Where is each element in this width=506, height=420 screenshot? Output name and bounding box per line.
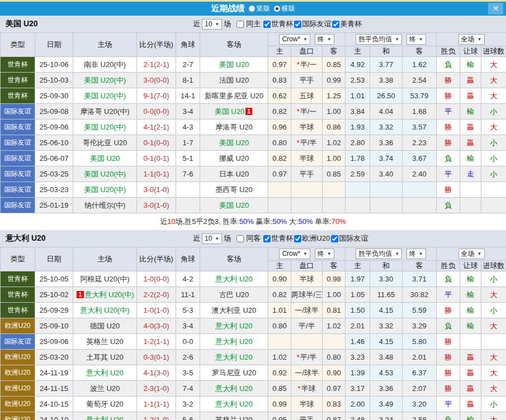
same-venue-checkbox[interactable] [237,235,244,242]
mean-time-select[interactable]: 终▼ [406,34,426,45]
team-name: 南非 U20(中) [84,60,126,69]
team-name: 德国 U20 [90,322,120,330]
team-name: 罗马尼亚 U20 [212,369,256,377]
chevron-down-icon: ▼ [215,236,219,241]
filter-checkbox[interactable] [332,21,339,28]
full-score: 3-0 [143,185,154,194]
match-date: 25-09-08 [35,104,73,120]
sub-mean-home: 主 [346,261,370,271]
result-wdl: 勝 [437,88,460,104]
result-goals: 小 [481,104,506,120]
mean-time-select[interactable]: 终▼ [406,249,426,259]
competition-filter[interactable]: 美青杯 [331,19,362,29]
match-date: 25-09-06 [35,120,73,135]
filter-checkbox[interactable] [294,21,301,28]
handicap: 平手 [291,73,323,88]
away-team: 日本 U20 [200,166,268,182]
team-name: 美国 U20 [215,107,244,116]
away-team: 挪威 U20 [200,151,268,166]
team-name: 土耳其 U20 [86,353,123,361]
score-cell: 2-1(2-1) [137,57,176,73]
radio-horizontal-layout[interactable]: 横版 [274,4,295,13]
match-row: 国际友谊25-03-23美国 U20(中)3-0(1-0)墨西哥 U20勝 [1,182,506,198]
result-handicap: 贏 [460,381,481,397]
competition-filter[interactable]: 欧洲U20 [293,233,330,244]
match-date: 25-10-05 [35,271,73,287]
fulltime-select[interactable]: 全场▼ [458,34,485,45]
odds-source-select[interactable]: Crow*▼ [279,249,310,259]
fulltime-select[interactable]: 全场▼ [458,249,485,259]
match-type: 国际友谊 [1,182,35,198]
mean-home: 1.01 [346,88,370,104]
col-date: 日期 [35,33,73,57]
away-team: 意大利 U20 [200,350,268,365]
match-count-select[interactable]: 10 ▼ [202,19,222,30]
match-row: 世青杯25-10-021意大利 U20(中)2-2(2-0)11-1古巴 U20… [1,287,506,303]
filter-checkbox[interactable] [263,21,271,28]
match-row: 世青杯25-10-03美国 U20(中)3-0(0-0)8-1法国 U200.8… [1,73,506,88]
mean-type-select[interactable]: 胜平负均值▼ [356,249,402,259]
half-score: (1-0) [154,201,169,209]
team-name: 摩洛哥 U20(中) [80,107,129,116]
mean-group-header: 胜平负均值▼ 终▼ [346,33,437,46]
titlebar: 近期战绩 竖版 横版 ✕ [0,0,506,16]
same-venue-label: 同客 [246,233,261,244]
sub-mean-away: 客 [403,46,437,57]
odds-away [323,198,346,213]
result-goals: 大 [481,120,506,135]
competition-filter[interactable]: 国际友谊 [293,19,331,29]
radio-icon[interactable] [249,6,255,12]
odds-home: 1.01 [268,303,291,318]
same-venue-checkbox[interactable] [237,21,244,28]
score-cell: 1-2(1-0) [137,412,176,420]
match-type: 国际友谊 [1,334,35,350]
mean-type-select[interactable]: 胜平负均值▼ [356,34,402,45]
mean-draw [370,198,403,213]
corners [176,198,200,213]
half-score: (1-1) [154,400,169,408]
corners: 0-0 [176,334,200,350]
odds-time-select[interactable]: 终▼ [315,249,334,259]
competition-filter[interactable]: 世青杯 [262,233,293,244]
col-corners: 角球 [176,247,200,271]
score-cell: 1-0(1-0) [137,303,176,318]
handicap: *平/半 [291,350,323,365]
match-type: 世青杯 [1,271,35,287]
home-team: 美国 U20(中) [73,182,137,198]
home-team: 阿根廷 U20(中) [73,271,137,287]
match-count-select[interactable]: 10 ▼ [202,233,222,244]
live-badge: 1 [245,108,252,115]
result-handicap [460,334,481,350]
filter-checkbox[interactable] [331,235,338,242]
filter-label: 世青杯 [271,233,293,244]
match-type: 国际友谊 [1,120,35,135]
filter-checkbox[interactable] [263,235,271,242]
sub-odds-away: 客 [323,261,346,271]
full-score: 1-1 [143,400,154,408]
radio-vertical-layout[interactable]: 竖版 [249,4,270,13]
home-team: 美国 U20(中) [73,88,137,104]
match-row: 国际友谊25-09-06美国 U20(中)4-1(2-1)4-3摩洛哥 U200… [1,120,506,135]
corners: 3-2 [176,397,200,412]
filter-checkbox[interactable] [294,235,301,242]
odds-source-select[interactable]: Crow*▼ [279,34,310,45]
team-name: 意大利 U20 [86,369,123,377]
result-wdl: 勝 [437,303,460,318]
odds-time-select[interactable]: 终▼ [315,34,334,45]
result-goals [481,182,506,198]
radio-selected-icon[interactable] [274,6,280,12]
competition-filter[interactable]: 国际友谊 [330,233,368,244]
result-wdl: 勝 [437,73,460,88]
close-button[interactable]: ✕ [488,3,503,15]
match-row: 世青杯25-10-05阿根廷 U20(中)1-0(0-0)4-2意大利 U200… [1,271,506,287]
team-name: 美国 U20 [219,139,249,147]
half-score: (1-0) [154,306,169,314]
sub-odds-home: 主 [268,261,291,271]
match-row: 欧洲U2024-11-19意大利 U204-1(3-0)3-5罗马尼亚 U200… [1,365,506,381]
match-row: 国际友谊25-03-25美国 U20(中)1-1(0-1)7-6日本 U200.… [1,166,506,182]
odds-away: 0.90 [323,365,346,381]
result-wdl: 勝 [437,120,460,135]
competition-filter[interactable]: 世青杯 [262,19,293,29]
match-date: 25-09-29 [35,303,73,318]
half-score: (1-0) [154,185,169,194]
